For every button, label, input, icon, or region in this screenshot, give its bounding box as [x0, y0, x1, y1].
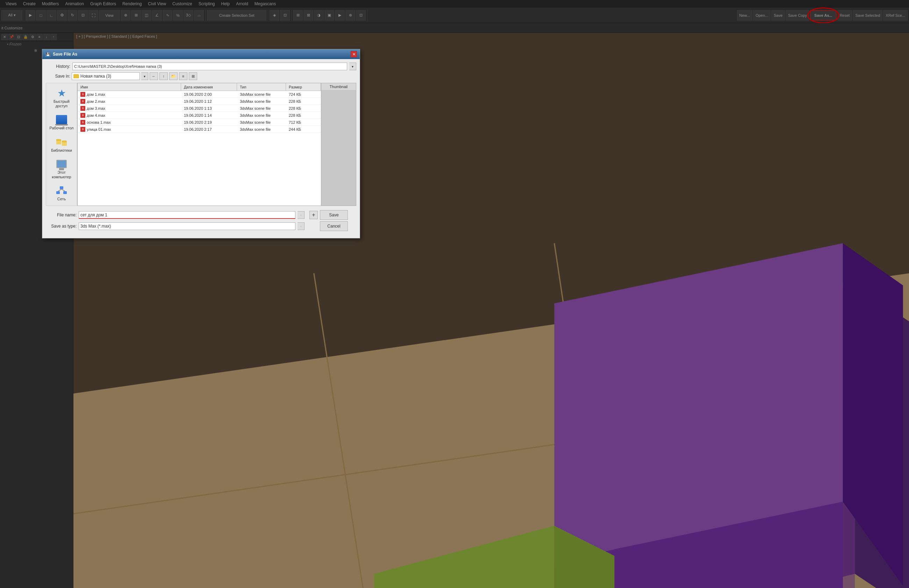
- save-action-btn[interactable]: Save: [320, 210, 348, 220]
- libraries-icon-wrap: [55, 136, 68, 147]
- dialog-bottom: File name: ▾ + Save Save as type: ▾ Canc…: [46, 208, 356, 234]
- star-icon: ★: [57, 87, 66, 99]
- file-icon: 3: [81, 127, 85, 132]
- libraries-label: Библиотеки: [51, 148, 72, 153]
- svg-line-19: [61, 189, 65, 191]
- nav-details-view-btn[interactable]: ⊞: [189, 73, 197, 80]
- file-icon: 3: [81, 92, 85, 97]
- file-type-cell: 3dsMax scene file: [237, 119, 286, 126]
- col-size-header[interactable]: Размер: [286, 83, 321, 90]
- library-icon: [56, 139, 67, 145]
- file-icon: 3: [81, 113, 85, 118]
- dialog-body: History: ▾ Save in: Новая папка (3) ▾ ← …: [42, 59, 360, 238]
- file-icon: 3: [81, 99, 85, 104]
- svg-rect-16: [56, 191, 60, 194]
- file-name-cell: 3 дом 4.max: [77, 112, 181, 118]
- file-date-cell: 19.06.2020 2:19: [181, 119, 237, 126]
- file-name-row: File name: ▾ + Save: [48, 210, 354, 220]
- col-date-header[interactable]: Дата изменения: [181, 83, 237, 90]
- col-name-header[interactable]: Имя: [77, 83, 181, 90]
- file-name-cell: 3 дом 2.max: [77, 98, 181, 105]
- desktop-icon: [56, 115, 67, 124]
- svg-line-18: [58, 189, 61, 191]
- file-size-cell: 244 КБ: [286, 126, 321, 132]
- save-in-row: Save in: Новая папка (3) ▾ ← ↑ 📁 ≡ ⊞: [46, 73, 356, 80]
- file-name-input[interactable]: [79, 211, 295, 219]
- thumbnail-preview: [321, 90, 356, 205]
- file-icon: 3: [81, 106, 85, 111]
- lib-folder2: [62, 141, 67, 145]
- sidebar-libraries[interactable]: Библиотеки: [50, 135, 73, 154]
- save-in-folder[interactable]: Новая папка (3): [72, 73, 140, 80]
- computer-icon: [56, 160, 67, 168]
- network-icon-wrap: [55, 185, 68, 196]
- svg-rect-15: [60, 186, 63, 189]
- file-date-cell: 19.06.2020 1:13: [181, 105, 237, 111]
- file-name-cell: 3 дом 1.max: [77, 91, 181, 97]
- file-date-cell: 19.06.2020 1:14: [181, 112, 237, 118]
- nav-up-btn[interactable]: ↑: [160, 73, 168, 80]
- table-row[interactable]: 3 дом 3.max 19.06.2020 1:13 3dsMax scene…: [77, 105, 321, 112]
- add-button[interactable]: +: [309, 211, 318, 219]
- file-size-cell: 228 КБ: [286, 105, 321, 111]
- network-label: Сеть: [57, 197, 66, 201]
- computer-icon-wrap: [55, 158, 68, 170]
- computer-label: Этоткомпьютер: [52, 170, 71, 179]
- file-name-cell: 3 дом 3.max: [77, 105, 181, 111]
- file-size-cell: 724 КБ: [286, 91, 321, 97]
- dialog-titlebar: 💾 Save File As ✕: [42, 49, 360, 59]
- save-file-as-dialog: 💾 Save File As ✕ History: ▾ Save in: Нов…: [42, 49, 360, 238]
- lib-folder1: [56, 139, 61, 143]
- save-as-type-label: Save as type:: [48, 224, 77, 229]
- network-icon: [56, 186, 67, 195]
- folder-icon: [73, 74, 79, 78]
- table-row[interactable]: 3 дом 4.max 19.06.2020 1:14 3dsMax scene…: [77, 112, 321, 119]
- history-dropdown-btn[interactable]: ▾: [349, 63, 356, 70]
- file-type-cell: 3dsMax scene file: [237, 105, 286, 111]
- file-type-cell: 3dsMax scene file: [237, 112, 286, 118]
- col-type-header[interactable]: Тип: [237, 83, 286, 90]
- desktop-label: Рабочий стол: [49, 126, 73, 131]
- file-list: 3 дом 1.max 19.06.2020 2:00 3dsMax scene…: [77, 91, 321, 133]
- file-icon: 3: [81, 120, 85, 125]
- table-row[interactable]: 3 дом 1.max 19.06.2020 2:00 3dsMax scene…: [77, 91, 321, 98]
- table-row[interactable]: 3 дом 2.max 19.06.2020 1:12 3dsMax scene…: [77, 98, 321, 105]
- sidebar-desktop[interactable]: Рабочий стол: [48, 113, 75, 132]
- thumbnail-area: Thumbnail: [321, 83, 356, 206]
- quick-access-label: Быстрыйдоступ: [53, 99, 69, 108]
- sidebar-quick-access[interactable]: ★ Быстрыйдоступ: [52, 86, 71, 110]
- nav-new-folder-btn[interactable]: 📁: [169, 73, 178, 80]
- dialog-close-button[interactable]: ✕: [351, 51, 357, 57]
- table-row[interactable]: 3 основа 1.max 19.06.2020 2:19 3dsMax sc…: [77, 119, 321, 126]
- file-date-cell: 19.06.2020 2:00: [181, 91, 237, 97]
- file-type-cell: 3dsMax scene file: [237, 126, 286, 132]
- history-input[interactable]: [73, 63, 347, 70]
- cancel-action-btn[interactable]: Cancel: [320, 221, 348, 231]
- file-name-label: File name:: [48, 213, 77, 217]
- dialog-title: 💾 Save File As: [45, 52, 77, 57]
- save-type-row: Save as type: ▾ Cancel: [48, 221, 354, 231]
- save-as-type-input[interactable]: [79, 222, 295, 230]
- file-name-dropdown[interactable]: ▾: [297, 211, 305, 219]
- table-row[interactable]: 3 улица 01.max 19.06.2020 2:17 3dsMax sc…: [77, 126, 321, 133]
- file-date-cell: 19.06.2020 1:12: [181, 98, 237, 105]
- file-size-cell: 228 КБ: [286, 112, 321, 118]
- save-type-dropdown[interactable]: ▾: [297, 222, 305, 230]
- nav-list-view-btn[interactable]: ≡: [179, 73, 187, 80]
- sidebar-network[interactable]: Сеть: [54, 184, 69, 203]
- thumbnail-label: Thumbnail: [321, 83, 356, 90]
- svg-rect-17: [63, 191, 67, 194]
- file-type-cell: 3dsMax scene file: [237, 91, 286, 97]
- dialog-content: ★ Быстрыйдоступ Рабочий стол: [46, 83, 356, 206]
- nav-back-btn[interactable]: ←: [150, 73, 158, 80]
- file-name-cell: 3 основа 1.max: [77, 119, 181, 126]
- save-in-label: Save in:: [46, 74, 70, 79]
- save-in-dropdown[interactable]: ▾: [141, 73, 148, 80]
- file-list-header: Имя Дата изменения Тип Размер: [77, 83, 321, 91]
- file-size-cell: 228 КБ: [286, 98, 321, 105]
- file-list-area: Имя Дата изменения Тип Размер 3 дом 1.ma…: [77, 83, 321, 206]
- sidebar-computer[interactable]: Этоткомпьютер: [50, 157, 73, 181]
- history-row: History: ▾: [46, 63, 356, 70]
- file-type-cell: 3dsMax scene file: [237, 98, 286, 105]
- file-name-cell: 3 улица 01.max: [77, 126, 181, 132]
